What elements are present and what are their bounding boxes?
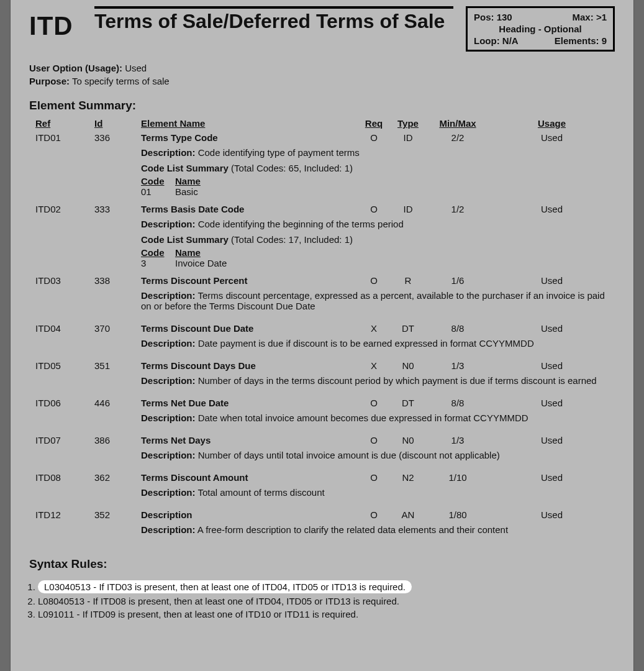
el-description: Description: A free-form description to …: [141, 524, 615, 535]
el-minmax: 8/8: [427, 323, 489, 334]
el-type: N0: [389, 360, 427, 371]
loop-field: Loop: N/A: [474, 35, 519, 46]
el-ref: ITD01: [35, 132, 94, 143]
el-req: O: [358, 398, 389, 408]
el-ref: ITD12: [35, 509, 94, 520]
el-minmax: 1/2: [427, 204, 489, 214]
el-usage: Used: [489, 360, 615, 371]
el-req: O: [358, 275, 389, 286]
el-req: O: [358, 472, 389, 483]
el-req: X: [358, 323, 389, 334]
el-type: ID: [389, 132, 427, 143]
el-type: DT: [389, 323, 427, 334]
element-detail: Description: Number of days until total …: [141, 447, 615, 470]
el-description: Description: Code identifying type of pa…: [141, 147, 615, 158]
area-field: Heading - Optional: [474, 24, 607, 34]
el-ref: ITD03: [35, 275, 94, 286]
el-name: Terms Discount Days Due: [141, 360, 358, 371]
el-id: 446: [94, 398, 141, 408]
pos-field: Pos: 130: [474, 12, 512, 22]
element-summary-heading: Element Summary:: [29, 99, 615, 112]
purpose-row: Purpose: To specify terms of sale: [29, 76, 615, 86]
meta-block: User Option (Usage): Used Purpose: To sp…: [29, 63, 615, 86]
element-row: ITD04370Terms Discount Due DateXDT8/8Use…: [29, 321, 615, 336]
element-detail: Description: Code identifying the beginn…: [141, 216, 615, 273]
info-box: Pos: 130 Max: >1 Heading - Optional Loop…: [466, 6, 615, 52]
max-field: Max: >1: [573, 12, 607, 22]
el-id: 370: [94, 323, 141, 334]
el-usage: Used: [489, 472, 615, 483]
el-name: Terms Basis Date Code: [141, 204, 358, 214]
el-description: Description: Date payment is due if disc…: [141, 338, 615, 349]
el-usage: Used: [489, 323, 615, 334]
col-usage: Usage: [489, 118, 615, 129]
el-id: 351: [94, 360, 141, 371]
code-value: 01: [141, 186, 175, 197]
syntax-rule: L03040513 - If ITD03 is present, then at…: [38, 580, 615, 593]
element-detail: Description: Number of days in the terms…: [141, 373, 615, 396]
el-minmax: 2/2: [427, 132, 489, 143]
name-col: Name: [175, 247, 615, 258]
el-minmax: 1/3: [427, 360, 489, 371]
element-row: ITD07386Terms Net DaysON01/3Used: [29, 433, 615, 447]
element-row: ITD06446Terms Net Due DateODT8/8Used: [29, 396, 615, 410]
element-row: ITD01336Terms Type CodeOID2/2Used: [29, 130, 615, 145]
el-usage: Used: [489, 398, 615, 408]
col-ref: Ref: [35, 118, 94, 129]
el-req: O: [358, 132, 389, 143]
code-col: Code: [141, 247, 175, 258]
el-id: 352: [94, 509, 141, 520]
table-header: Ref Id Element Name Req Type Min/Max Usa…: [29, 116, 615, 130]
segment-code: ITD: [29, 6, 82, 41]
el-description: Description: Code identifying the beginn…: [141, 219, 615, 229]
el-name: Terms Discount Percent: [141, 275, 358, 286]
el-description: Description: Date when total invoice amo…: [141, 413, 615, 423]
element-row: ITD12352DescriptionOAN1/80Used: [29, 508, 615, 522]
el-minmax: 1/10: [427, 472, 489, 483]
el-ref: ITD06: [35, 398, 94, 408]
el-description: Description: Number of days until total …: [141, 450, 615, 460]
el-name: Description: [141, 509, 358, 520]
title-block: Terms of Sale/Deferred Terms of Sale: [94, 6, 453, 33]
el-ref: ITD04: [35, 323, 94, 334]
element-detail: Description: Code identifying type of pa…: [141, 145, 615, 202]
el-ref: ITD05: [35, 360, 94, 371]
el-req: O: [358, 204, 389, 214]
col-type: Type: [389, 118, 427, 129]
el-type: N0: [389, 435, 427, 445]
element-detail: Description: Terms discount percentage, …: [141, 288, 615, 321]
segment-title: Terms of Sale/Deferred Terms of Sale: [94, 10, 453, 33]
el-minmax: 1/80: [427, 509, 489, 520]
el-usage: Used: [489, 204, 615, 214]
el-description: Description: Number of days in the terms…: [141, 375, 615, 386]
el-name: Terms Discount Due Date: [141, 323, 358, 334]
syntax-rule: L091011 - If ITD09 is present, then at l…: [38, 609, 615, 619]
el-usage: Used: [489, 509, 615, 520]
el-usage: Used: [489, 275, 615, 286]
el-ref: ITD02: [35, 204, 94, 214]
el-ref: ITD07: [35, 435, 94, 445]
col-req: Req: [358, 118, 389, 129]
el-req: X: [358, 360, 389, 371]
el-name: Terms Net Days: [141, 435, 358, 445]
elements-field: Elements: 9: [555, 35, 607, 46]
el-usage: Used: [489, 132, 615, 143]
element-detail: Description: Total amount of terms disco…: [141, 485, 615, 508]
el-type: ID: [389, 204, 427, 214]
syntax-list: L03040513 - If ITD03 is present, then at…: [29, 580, 615, 619]
el-req: O: [358, 435, 389, 445]
el-id: 386: [94, 435, 141, 445]
el-name: Terms Discount Amount: [141, 472, 358, 483]
code-value: 3: [141, 258, 175, 268]
col-minmax: Min/Max: [427, 118, 489, 129]
code-name: Basic: [175, 186, 615, 197]
user-option-row: User Option (Usage): Used: [29, 63, 615, 73]
el-id: 333: [94, 204, 141, 214]
el-id: 336: [94, 132, 141, 143]
el-name: Terms Net Due Date: [141, 398, 358, 408]
el-type: R: [389, 275, 427, 286]
el-description: Description: Terms discount percentage, …: [141, 290, 615, 311]
segment-header: ITD Terms of Sale/Deferred Terms of Sale…: [29, 6, 615, 52]
el-id: 362: [94, 472, 141, 483]
el-ref: ITD08: [35, 472, 94, 483]
